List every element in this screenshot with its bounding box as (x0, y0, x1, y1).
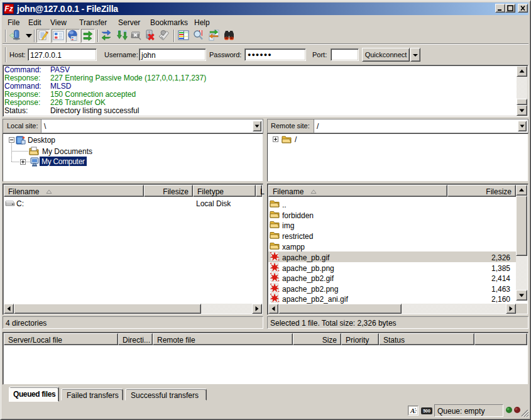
svg-text:A: A (410, 407, 415, 414)
